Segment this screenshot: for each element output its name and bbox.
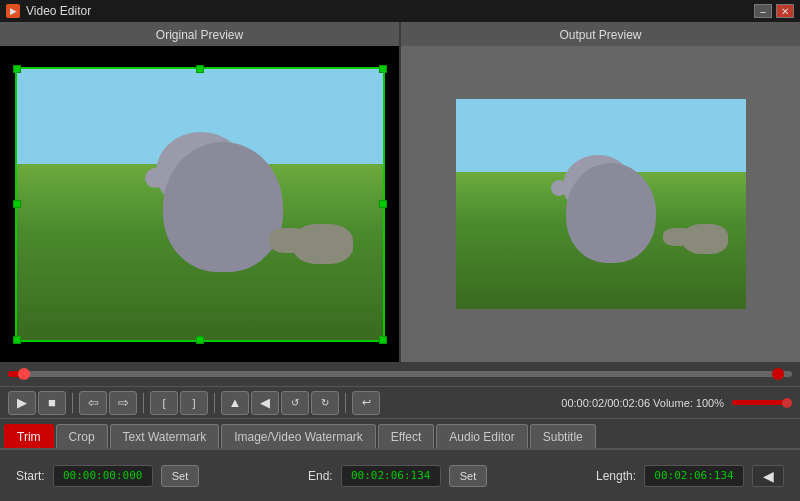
start-label: Start: [16, 469, 45, 483]
rotate-left-button[interactable]: ↺ [281, 391, 309, 415]
timecode-display: 00:00:02/00:02:06 Volume: 100% [561, 397, 724, 409]
trim-end-button[interactable]: ] [180, 391, 208, 415]
title-controls: – ✕ [754, 4, 794, 18]
length-time-input[interactable] [644, 465, 744, 487]
frame-back-button[interactable]: ⇦ [79, 391, 107, 415]
length-label: Length: [596, 469, 636, 483]
output-hippo-body [566, 163, 656, 263]
handle-bottom-mid[interactable] [196, 336, 204, 344]
start-time-input[interactable] [53, 465, 153, 487]
handle-top-right[interactable] [379, 65, 387, 73]
app-icon-symbol: ▶ [10, 6, 17, 16]
bottom-controls: Start: Set End: Set Length: ◀ [0, 448, 800, 501]
trim-start-button[interactable]: [ [150, 391, 178, 415]
close-button[interactable]: ✕ [776, 4, 794, 18]
undo-button[interactable]: ↩ [352, 391, 380, 415]
toolbar-sep-2 [143, 393, 144, 413]
seekbar-area [0, 362, 800, 386]
output-preview-label: Output Preview [559, 22, 641, 46]
original-preview-panel: Original Preview [0, 22, 401, 362]
tab-audio-editor[interactable]: Audio Editor [436, 424, 527, 448]
handle-bottom-left[interactable] [13, 336, 21, 344]
crop-button[interactable]: ▲ [221, 391, 249, 415]
play-button[interactable]: ▶ [8, 391, 36, 415]
end-label: End: [308, 469, 333, 483]
app-icon: ▶ [6, 4, 20, 18]
toolbar-sep-1 [72, 393, 73, 413]
frame-forward-button[interactable]: ⇨ [109, 391, 137, 415]
end-time-input[interactable] [341, 465, 441, 487]
handle-top-left[interactable] [13, 65, 21, 73]
output-video-frame [456, 99, 746, 309]
handle-top-mid[interactable] [196, 65, 204, 73]
seekbar-track[interactable] [8, 371, 792, 377]
set-start-button[interactable]: Set [161, 465, 200, 487]
output-video-canvas [456, 99, 746, 309]
handle-mid-right[interactable] [379, 200, 387, 208]
original-video-canvas [17, 69, 383, 340]
volume-track[interactable] [732, 400, 792, 405]
prev-button[interactable]: ◀ [251, 391, 279, 415]
tab-image-video-watermark[interactable]: Image/Video Watermark [221, 424, 376, 448]
seekbar-thumb[interactable] [18, 368, 30, 380]
volume-thumb[interactable] [782, 398, 792, 408]
output-stone-2 [663, 228, 693, 246]
volume-slider[interactable] [732, 400, 792, 405]
title-bar: ▶ Video Editor – ✕ [0, 0, 800, 22]
hippo-body [163, 142, 283, 272]
stop-button[interactable]: ■ [38, 391, 66, 415]
toolbar: ▶ ■ ⇦ ⇨ [ ] ▲ ◀ ↺ ↻ ↩ 00:00:02/00:02:06 … [0, 386, 800, 418]
original-video-container [0, 46, 399, 362]
seekbar-end-mark [772, 368, 784, 380]
tab-trim[interactable]: Trim [4, 424, 54, 448]
toolbar-sep-3 [214, 393, 215, 413]
handle-mid-left[interactable] [13, 200, 21, 208]
original-video-frame[interactable] [15, 67, 385, 342]
tab-text-watermark[interactable]: Text Watermark [110, 424, 220, 448]
output-preview-panel: Output Preview [401, 22, 800, 362]
preview-area: Original Preview [0, 22, 800, 362]
rotate-right-button[interactable]: ↻ [311, 391, 339, 415]
title-text: Video Editor [26, 4, 91, 18]
set-end-button[interactable]: Set [449, 465, 488, 487]
original-preview-label: Original Preview [156, 22, 243, 46]
tab-subtitle[interactable]: Subtitle [530, 424, 596, 448]
tab-crop[interactable]: Crop [56, 424, 108, 448]
tabs-bar: TrimCropText WatermarkImage/Video Waterm… [0, 418, 800, 448]
output-video-container [401, 46, 800, 362]
handle-bottom-right[interactable] [379, 336, 387, 344]
length-arrow-button[interactable]: ◀ [752, 465, 784, 487]
stone-2 [269, 228, 309, 253]
minimize-button[interactable]: – [754, 4, 772, 18]
title-bar-left: ▶ Video Editor [6, 4, 91, 18]
tab-effect[interactable]: Effect [378, 424, 434, 448]
toolbar-sep-4 [345, 393, 346, 413]
